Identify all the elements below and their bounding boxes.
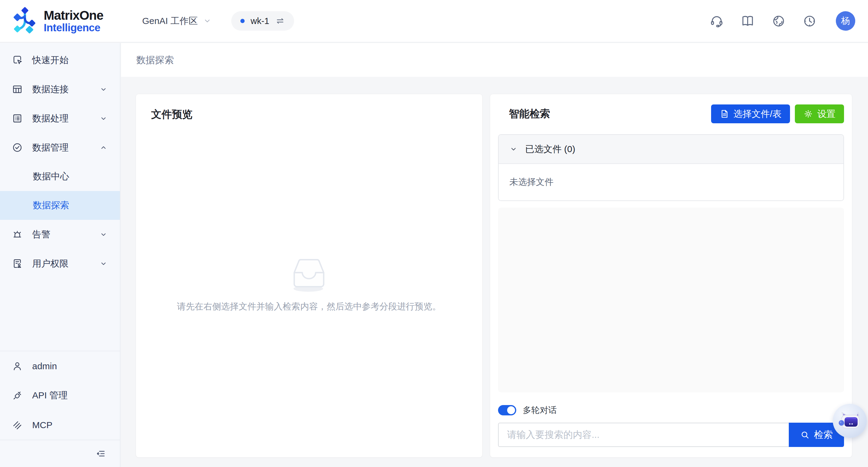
collapse-sidebar-icon[interactable] bbox=[96, 448, 106, 459]
file-preview-empty-state: 请先在右侧选择文件并输入检索内容，然后选中参考分段进行预览。 bbox=[136, 121, 482, 457]
search-button-label: 检索 bbox=[814, 429, 833, 441]
multi-turn-toggle-row: 多轮对话 bbox=[498, 404, 844, 416]
workspace-status-dot bbox=[240, 19, 245, 23]
topbar-actions: 杨 bbox=[710, 11, 855, 31]
search-results-area bbox=[498, 208, 844, 392]
chevron-down-icon bbox=[99, 85, 108, 93]
matrixone-logo-icon bbox=[10, 6, 39, 35]
sidebar-item-label: 数据处理 bbox=[32, 112, 99, 125]
top-header: MatrixOne Intelligence GenAI 工作区 wk-1 bbox=[0, 0, 868, 42]
breadcrumb-bar: 数据探索 bbox=[121, 43, 868, 77]
docs-book-icon[interactable] bbox=[741, 14, 755, 28]
settings-button[interactable]: 设置 bbox=[795, 105, 844, 123]
history-clock-icon[interactable] bbox=[802, 14, 817, 28]
brand-text: MatrixOne Intelligence bbox=[44, 9, 103, 33]
empty-inbox-icon bbox=[286, 254, 332, 293]
user-icon bbox=[11, 360, 23, 372]
smart-search-title: 智能检索 bbox=[509, 107, 550, 121]
chevron-down-icon bbox=[99, 230, 108, 239]
mcp-icon bbox=[11, 419, 23, 431]
multi-turn-toggle[interactable] bbox=[498, 405, 516, 415]
user-avatar[interactable]: 杨 bbox=[836, 11, 855, 31]
sidebar-item-label: 用户权限 bbox=[32, 258, 99, 270]
chevron-down-icon bbox=[203, 17, 211, 25]
sidebar-item-label: admin bbox=[32, 361, 108, 371]
chevron-down-icon bbox=[99, 114, 108, 123]
sidebar-item-data-processing[interactable]: 数据处理 bbox=[0, 104, 120, 133]
search-icon bbox=[800, 430, 810, 440]
selected-files-header[interactable]: 已选文件 (0) bbox=[499, 135, 844, 164]
selected-files-body: 未选择文件 bbox=[499, 164, 844, 200]
smart-search-header: 智能检索 选择文件/表 bbox=[498, 105, 844, 123]
brand-logo: MatrixOne Intelligence bbox=[10, 6, 103, 35]
user-avatar-text: 杨 bbox=[841, 15, 850, 27]
gear-icon bbox=[803, 109, 813, 119]
user-permission-icon bbox=[11, 258, 23, 269]
workspace-selector-label: GenAI 工作区 bbox=[142, 15, 197, 27]
data-processing-icon bbox=[11, 113, 23, 124]
sidebar-item-data-connection[interactable]: 数据连接 bbox=[0, 75, 120, 104]
sidebar-item-admin[interactable]: admin bbox=[0, 351, 120, 381]
quick-start-icon bbox=[11, 54, 23, 66]
sidebar: 快速开始 数据连接 数据处理 bbox=[0, 43, 121, 467]
file-preview-title-row: 文件预览 bbox=[136, 94, 482, 121]
main-content: 数据探索 文件预览 请先在右侧选择文件并输入检索内容，然后选中参考分段进行预览。… bbox=[121, 43, 868, 467]
sidebar-item-label: 数据管理 bbox=[32, 142, 99, 154]
no-files-text: 未选择文件 bbox=[509, 177, 554, 187]
file-preview-panel: 文件预览 请先在右侧选择文件并输入检索内容，然后选中参考分段进行预览。 bbox=[136, 94, 483, 458]
sidebar-item-label: 快速开始 bbox=[32, 54, 108, 66]
sidebar-nav: 快速开始 数据连接 数据处理 bbox=[0, 43, 120, 278]
brand-subname: Intelligence bbox=[44, 22, 103, 33]
globe-language-icon[interactable] bbox=[772, 14, 786, 28]
headset-support-icon[interactable] bbox=[710, 14, 724, 28]
panels-row: 文件预览 请先在右侧选择文件并输入检索内容，然后选中参考分段进行预览。 智能检索 bbox=[136, 94, 852, 458]
select-files-button[interactable]: 选择文件/表 bbox=[711, 105, 790, 123]
sidebar-subitem-data-explore[interactable]: 数据探索 bbox=[0, 191, 120, 220]
sidebar-item-data-management[interactable]: 数据管理 bbox=[0, 133, 120, 162]
file-preview-title: 文件预览 bbox=[151, 108, 192, 120]
multi-turn-toggle-label: 多轮对话 bbox=[523, 404, 557, 416]
sidebar-subitem-data-center[interactable]: 数据中心 bbox=[0, 162, 120, 191]
workspace-chip[interactable]: wk-1 bbox=[231, 11, 294, 31]
alert-icon bbox=[11, 229, 23, 240]
sidebar-subitem-label: 数据中心 bbox=[33, 170, 69, 183]
search-row: 检索 bbox=[498, 423, 844, 447]
breadcrumb: 数据探索 bbox=[136, 54, 174, 66]
selected-files-title: 已选文件 (0) bbox=[525, 143, 576, 155]
sidebar-item-mcp[interactable]: MCP bbox=[0, 410, 120, 440]
sidebar-spacer bbox=[0, 278, 120, 351]
chevron-down-icon bbox=[509, 145, 518, 153]
document-icon bbox=[720, 109, 729, 119]
sidebar-collapse-row bbox=[0, 440, 120, 467]
sidebar-item-label: API 管理 bbox=[32, 389, 108, 402]
data-management-icon bbox=[11, 142, 23, 153]
brand-name: MatrixOne bbox=[44, 9, 103, 22]
sidebar-item-alerts[interactable]: 告警 bbox=[0, 220, 120, 249]
search-input[interactable] bbox=[498, 423, 789, 447]
robot-icon bbox=[837, 408, 863, 434]
file-preview-empty-text: 请先在右侧选择文件并输入检索内容，然后选中参考分段进行预览。 bbox=[159, 301, 459, 313]
sidebar-footer: admin API 管理 MCP bbox=[0, 351, 120, 440]
chevron-up-icon bbox=[99, 143, 108, 152]
workspace-chip-name: wk-1 bbox=[251, 16, 269, 26]
sidebar-item-label: 数据连接 bbox=[32, 83, 99, 96]
sidebar-item-label: MCP bbox=[32, 420, 108, 430]
select-files-button-label: 选择文件/表 bbox=[734, 108, 781, 120]
settings-button-label: 设置 bbox=[817, 108, 836, 120]
sidebar-item-user-permissions[interactable]: 用户权限 bbox=[0, 249, 120, 278]
switch-workspace-icon[interactable] bbox=[275, 16, 285, 26]
toggle-knob bbox=[507, 406, 515, 414]
assistant-robot-button[interactable] bbox=[833, 404, 867, 438]
chevron-down-icon bbox=[99, 259, 108, 268]
api-plug-icon bbox=[11, 390, 23, 401]
smart-search-actions: 选择文件/表 设置 bbox=[711, 105, 844, 123]
workspace-selector[interactable]: GenAI 工作区 bbox=[142, 15, 211, 27]
smart-search-panel: 智能检索 选择文件/表 bbox=[490, 94, 852, 458]
sidebar-subitem-label: 数据探索 bbox=[33, 199, 69, 212]
sidebar-item-quick-start[interactable]: 快速开始 bbox=[0, 46, 120, 75]
selected-files-card: 已选文件 (0) 未选择文件 bbox=[498, 134, 844, 201]
data-connection-icon bbox=[11, 84, 23, 95]
sidebar-item-api-management[interactable]: API 管理 bbox=[0, 381, 120, 410]
sidebar-item-label: 告警 bbox=[32, 228, 99, 241]
